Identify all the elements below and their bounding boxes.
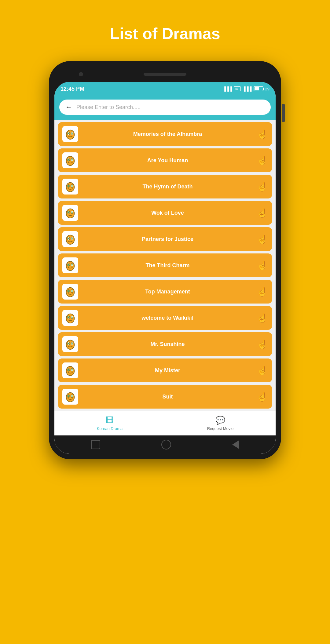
drama-item-5[interactable]: Partners for Justice ☝ xyxy=(58,227,272,251)
tap-icon-3: ☝ xyxy=(257,182,268,192)
svg-point-20 xyxy=(66,235,75,244)
svg-point-48 xyxy=(68,369,69,371)
speaker xyxy=(144,73,186,76)
svg-point-53 xyxy=(68,395,69,397)
recents-button[interactable] xyxy=(232,440,239,449)
drama-item-10[interactable]: My Mister ☝ xyxy=(58,358,272,382)
drama-mask-icon xyxy=(64,128,76,140)
drama-item-9[interactable]: Mr. Sunshine ☝ xyxy=(58,332,272,356)
svg-point-35 xyxy=(66,314,75,323)
svg-point-33 xyxy=(68,290,69,292)
phone-shell: 12:45 PM ▐▐▐ 4G ▐▐▐ 29 ← Please Enter to… xyxy=(49,61,281,459)
drama-name-10: My Mister xyxy=(78,367,257,374)
search-bar-container: ← Please Enter to Search..... xyxy=(54,96,276,120)
phone-top-bar xyxy=(54,67,276,82)
drama-item-6[interactable]: The Third Charm ☝ xyxy=(58,253,272,277)
nav-item-request-movie[interactable]: 💬 Request Movie xyxy=(165,411,276,435)
svg-point-29 xyxy=(72,264,73,266)
drama-icon-box-7 xyxy=(62,284,78,300)
svg-point-14 xyxy=(72,185,73,187)
svg-point-50 xyxy=(66,393,75,402)
drama-mask-icon xyxy=(64,207,76,219)
svg-point-5 xyxy=(66,156,75,166)
status-time: 12:45 PM xyxy=(61,86,84,92)
search-input[interactable]: Please Enter to Search..... xyxy=(76,104,265,111)
search-input-row[interactable]: ← Please Enter to Search..... xyxy=(59,100,271,115)
svg-point-54 xyxy=(72,395,73,397)
film-icon: 🎞 xyxy=(106,416,114,425)
drama-item-1[interactable]: Memories of the Alhambra ☝ xyxy=(58,122,272,146)
drama-item-8[interactable]: welcome to Waikikif ☝ xyxy=(58,306,272,330)
svg-point-4 xyxy=(72,133,73,134)
nav-item-korean-drama[interactable]: 🎞 Korean Drama xyxy=(54,411,165,435)
drama-icon-box-8 xyxy=(62,310,78,326)
drama-mask-icon xyxy=(64,365,76,376)
svg-point-38 xyxy=(68,316,69,318)
tap-icon-6: ☝ xyxy=(257,260,268,271)
drama-mask-icon xyxy=(64,155,76,166)
drama-item-4[interactable]: Wok of Love ☝ xyxy=(58,201,272,225)
tap-icon-7: ☝ xyxy=(257,287,268,297)
drama-icon-box-5 xyxy=(62,231,78,247)
tap-icon-11: ☝ xyxy=(257,392,268,402)
svg-point-0 xyxy=(66,130,75,139)
drama-name-6: The Third Charm xyxy=(78,262,257,269)
drama-mask-icon xyxy=(64,286,76,297)
svg-point-23 xyxy=(68,238,69,239)
drama-icon-box-4 xyxy=(62,205,78,221)
drama-mask-icon xyxy=(64,181,76,192)
signal-icon: ▐▐▐ xyxy=(223,86,232,91)
svg-point-30 xyxy=(66,288,75,297)
drama-mask-icon xyxy=(64,338,76,350)
drama-mask-icon xyxy=(64,312,76,324)
nav-label-korean-drama: Korean Drama xyxy=(97,426,123,431)
battery-icon xyxy=(254,86,263,91)
drama-name-2: Are You Human xyxy=(78,157,257,164)
drama-name-4: Wok of Love xyxy=(78,210,257,216)
tap-icon-8: ☝ xyxy=(257,313,268,323)
back-button[interactable]: ← xyxy=(65,103,72,111)
drama-mask-icon xyxy=(64,233,76,245)
drama-icon-box-11 xyxy=(62,389,78,405)
tap-icon-9: ☝ xyxy=(257,339,268,349)
drama-name-11: Suit xyxy=(78,394,257,400)
status-icons: ▐▐▐ 4G ▐▐▐ 29 xyxy=(223,86,270,91)
home-button[interactable] xyxy=(161,440,171,449)
svg-point-24 xyxy=(72,238,73,239)
svg-point-40 xyxy=(66,340,75,349)
drama-icon-box-3 xyxy=(62,179,78,195)
network-type: 4G xyxy=(234,86,241,91)
drama-list: Memories of the Alhambra ☝ Are You Human… xyxy=(54,120,276,411)
drama-name-7: Top Management xyxy=(78,289,257,295)
svg-point-18 xyxy=(68,211,69,213)
svg-point-3 xyxy=(68,133,69,134)
drama-icon-box-1 xyxy=(62,126,78,142)
drama-item-2[interactable]: Are You Human ☝ xyxy=(58,148,272,172)
drama-item-7[interactable]: Top Management ☝ xyxy=(58,280,272,304)
drama-icon-box-6 xyxy=(62,257,78,273)
svg-point-25 xyxy=(66,261,75,271)
tap-icon-4: ☝ xyxy=(257,208,268,218)
volume-button xyxy=(282,104,285,122)
camera-dot xyxy=(79,72,83,76)
drama-name-5: Partners for Justice xyxy=(78,236,257,242)
tap-icon-10: ☝ xyxy=(257,366,268,376)
home-indicator xyxy=(54,435,276,454)
page-title: List of Dramas xyxy=(110,24,220,43)
back-nav-button[interactable] xyxy=(91,440,100,449)
svg-point-28 xyxy=(68,264,69,266)
drama-item-3[interactable]: The Hymn of Death ☝ xyxy=(58,175,272,198)
drama-icon-box-10 xyxy=(62,362,78,378)
drama-name-8: welcome to Waikikif xyxy=(78,315,257,321)
svg-point-19 xyxy=(72,211,73,213)
svg-point-13 xyxy=(68,185,69,187)
battery-level: 29 xyxy=(265,87,270,91)
svg-point-49 xyxy=(72,369,73,371)
drama-name-3: The Hymn of Death xyxy=(78,184,257,190)
tap-icon-5: ☝ xyxy=(257,234,268,244)
tap-icon-1: ☝ xyxy=(257,129,268,139)
drama-item-11[interactable]: Suit ☝ xyxy=(58,385,272,409)
svg-point-10 xyxy=(66,183,75,192)
svg-point-34 xyxy=(72,290,73,292)
drama-mask-icon xyxy=(64,260,76,271)
